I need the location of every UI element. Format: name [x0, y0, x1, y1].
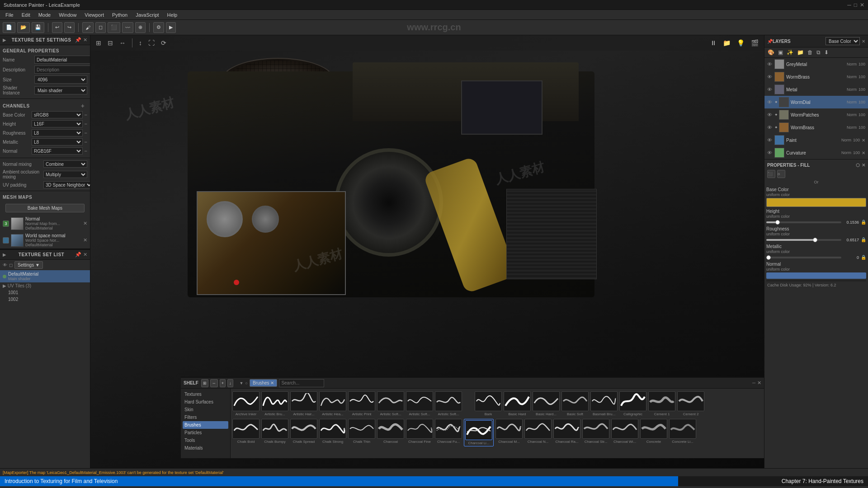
layers-pin-icon[interactable]: 📌 — [767, 39, 773, 44]
render-btn[interactable]: ▶ — [166, 22, 176, 33]
tsl-expand-icon[interactable]: ▶ — [3, 252, 6, 257]
brush-charcoal-ra[interactable]: Charcoal Ra... — [553, 419, 580, 446]
vp-pause-btn[interactable]: ⏸ — [708, 38, 718, 47]
layer-curvature[interactable]: 👁 Curvature Norm 100 ✕ — [764, 146, 868, 159]
layer-eye-wormdial[interactable]: 👁 — [767, 99, 773, 105]
brush-artistic-soft2[interactable]: Artistic Soft... — [406, 391, 433, 416]
layer-add-folder-btn[interactable]: 📁 — [796, 49, 805, 56]
layer-add-paint-btn[interactable]: 🎨 — [766, 49, 776, 56]
props-tool2[interactable]: ○ — [777, 170, 785, 178]
brush-artistic-hea[interactable]: Artistic Hea... — [319, 391, 346, 416]
brush-artistic-soft3[interactable]: Artistic Soft... — [435, 391, 462, 416]
desc-input[interactable] — [34, 66, 90, 74]
meshmap-normal-close[interactable]: ✕ — [83, 221, 87, 226]
shelf-cat-textures[interactable]: Textures — [183, 390, 228, 398]
layer-merge-btn[interactable]: ⬇ — [823, 49, 830, 56]
brush-concrete-li[interactable]: Concrete Li... — [669, 419, 696, 446]
props-icon2[interactable]: ✕ — [862, 163, 865, 168]
shader-select[interactable]: Main shader — [34, 86, 87, 94]
layer-eye-wormpatches[interactable]: 👁 — [767, 112, 773, 117]
vp-split-btn[interactable]: ⊟ — [106, 38, 115, 47]
vp-reset-btn[interactable]: ⟳ — [159, 38, 168, 47]
brush-archive-inker[interactable]: Archive Inker — [232, 391, 259, 416]
brush-charcoal-n[interactable]: Charcoal N... — [524, 419, 552, 446]
brush-charcoal-m[interactable]: Charcoal M... — [495, 419, 523, 446]
add-channel-btn[interactable]: + — [81, 102, 85, 109]
layer-eye-wormbrass2[interactable]: 👁 — [767, 125, 773, 130]
height-slider-dot[interactable] — [775, 220, 780, 225]
menu-file[interactable]: File — [2, 11, 17, 19]
clone-btn[interactable]: ⊕ — [135, 22, 146, 33]
layer-close-paint[interactable]: ✕ — [862, 138, 865, 143]
menu-viewport[interactable]: Viewport — [81, 11, 108, 19]
layer-metal[interactable]: 👁 Metal Norm 100 — [764, 83, 868, 96]
vp-light-btn[interactable]: 💡 — [735, 38, 746, 47]
tsl-settings-btn[interactable]: Settings ▼ — [14, 261, 43, 269]
layer-eye-greymetal[interactable]: 👁 — [767, 61, 773, 67]
minimize-btn[interactable]: ─ — [847, 2, 851, 8]
menu-window[interactable]: Window — [55, 11, 80, 19]
shelf-cat-filters[interactable]: Filters — [183, 413, 228, 421]
meshmap-wsn-close[interactable]: ✕ — [83, 237, 87, 243]
tsl-other-icon[interactable]: ◻ — [9, 263, 13, 267]
fill-btn[interactable]: ⬛ — [108, 22, 120, 33]
ch-roughness-select[interactable]: L8 — [32, 129, 83, 136]
brush-artistic-bru[interactable]: Artistic Bru... — [261, 391, 288, 416]
layer-eye-curvature[interactable]: 👁 — [767, 150, 773, 155]
ch-normal-minus[interactable]: − — [85, 148, 87, 154]
bake-mesh-maps-btn[interactable]: Bake Mesh Maps — [5, 204, 85, 212]
tsl-pin-icon[interactable]: 📌 — [75, 252, 81, 258]
tss-pin-icon[interactable]: 📌 — [75, 37, 81, 43]
vp-fullscreen-btn[interactable]: ⛶ — [146, 38, 156, 47]
brush-charcoal-fine[interactable]: Charcoal Fine — [406, 419, 433, 446]
normal-blue-bar[interactable] — [766, 272, 866, 279]
eraser-btn[interactable]: ◻ — [95, 22, 106, 33]
layer-eye-metal[interactable]: 👁 — [767, 87, 773, 92]
props-icon1[interactable]: ⬡ — [856, 163, 860, 168]
layer-wormbrass2[interactable]: 👁 ✦ WormBrass Norm 100 — [764, 121, 868, 134]
tsl-eye-icon[interactable]: 👁 — [3, 263, 7, 267]
ch-metallic-minus[interactable]: − — [85, 139, 87, 145]
save-btn[interactable]: 💾 — [32, 22, 44, 33]
layer-eye-paint[interactable]: 👁 — [767, 137, 773, 143]
shelf-cat-tools[interactable]: Tools — [183, 436, 228, 444]
base-color-swatch[interactable] — [766, 198, 866, 207]
vp-folder-btn[interactable]: 📁 — [721, 38, 732, 47]
shelf-search-input[interactable] — [279, 379, 324, 387]
ch-basecolor-select[interactable]: sRGB8 — [32, 111, 83, 118]
ch-normal-select[interactable]: RGB16F — [32, 147, 83, 155]
maximize-btn[interactable]: □ — [854, 2, 857, 8]
layer-delete-btn[interactable]: 🗑 — [806, 49, 814, 56]
brush-chalk-strong[interactable]: Chalk Strong — [319, 419, 346, 446]
tss-expand-icon[interactable]: ▶ — [3, 38, 6, 42]
layer-paint[interactable]: 👁 Paint Norm 100 ✕ — [764, 134, 868, 146]
brush-chalk-spread[interactable]: Chalk Spread — [290, 419, 317, 446]
layer-add-effects-btn[interactable]: ✨ — [785, 49, 795, 56]
layers-blend-select[interactable]: Base Color — [826, 37, 860, 45]
shelf-brushes-tab[interactable]: Brushes ✕ — [250, 379, 277, 387]
brush-charcoal-fu[interactable]: Charcoal Fu... — [435, 419, 462, 446]
brush-charcoal-li[interactable]: Charcoal Li... — [464, 419, 494, 446]
roughness-lock-icon[interactable]: 🔒 — [861, 237, 866, 242]
ts-default-material[interactable]: DefaultMaterial Main shader — [0, 270, 90, 282]
shelf-cat-particles[interactable]: Particles — [183, 429, 228, 436]
layers-close-icon[interactable]: ✕ — [862, 39, 865, 44]
brush-basic-soft[interactable]: Basic Soft — [561, 391, 589, 416]
brush-concrete[interactable]: Concrete — [640, 419, 667, 446]
redo-btn[interactable]: ↪ — [64, 22, 75, 33]
menu-edit[interactable]: Edit — [18, 11, 34, 19]
brush-chalk-bold[interactable]: Chalk Bold — [232, 419, 259, 446]
shelf-add-btn[interactable]: + — [220, 379, 226, 387]
viewport[interactable]: ⊞ ⊟ ↔ ↕ ⛶ ⟳ ⏸ 📁 💡 🎬 — [90, 35, 764, 468]
layer-duplicate-btn[interactable]: ⧉ — [815, 49, 822, 56]
tsl-close-icon[interactable]: ✕ — [83, 252, 87, 258]
settings-btn-toolbar[interactable]: ⚙ — [153, 22, 164, 33]
uv-tile-1001[interactable]: 1001 — [0, 289, 90, 296]
brush-chalk-thin[interactable]: Chalk Thin — [348, 419, 375, 446]
layer-close-curvature[interactable]: ✕ — [862, 150, 865, 155]
brush-artistic-print[interactable]: Artistic Print — [348, 391, 375, 416]
uv-tile-1002[interactable]: 1002 — [0, 296, 90, 303]
layer-wormbrass1[interactable]: 👁 WormBrass Norm 100 — [764, 70, 868, 83]
brush-basic-hard[interactable]: Basic Hard — [504, 391, 531, 416]
brush-bark[interactable]: Bark — [475, 391, 502, 416]
